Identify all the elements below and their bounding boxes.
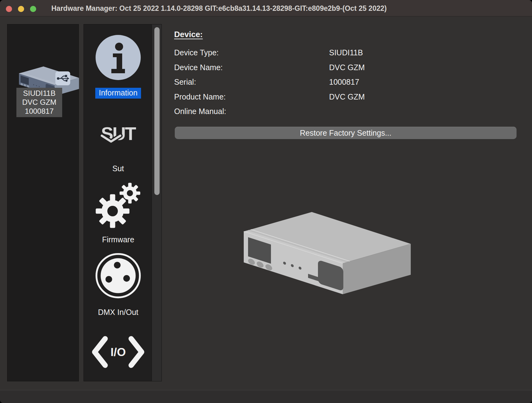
dmx-connector-icon: [94, 252, 142, 300]
hardware-manager-window: Hardware Manager: Oct 25 2022 1.14.0-282…: [0, 0, 532, 403]
info-row-online-manual: Online Manual:: [174, 104, 521, 119]
status-bar: [0, 390, 532, 403]
zoom-window-button[interactable]: [30, 6, 36, 12]
svg-text:I/O: I/O: [110, 346, 126, 358]
menu-item-dmx-icon-area[interactable]: [84, 252, 152, 300]
product-name-value: DVC GZM: [329, 92, 365, 101]
menu-scrollbar-track[interactable]: [152, 24, 161, 381]
online-manual-label: Online Manual:: [174, 107, 226, 116]
device-name-value: DVC GZM: [329, 63, 365, 72]
io-brackets-icon: I/O: [90, 335, 146, 369]
serial-value: 1000817: [329, 78, 359, 87]
info-row-device-name: Device Name: DVC GZM: [174, 60, 521, 75]
menu-item-firmware-label[interactable]: Firmware: [102, 235, 134, 244]
device-list-item[interactable]: SIUDI11B DVC GZM 1000817: [7, 24, 79, 117]
menu-item-sut[interactable]: Sut: [84, 164, 152, 173]
device-section-heading: Device:: [174, 30, 203, 39]
minimize-window-button[interactable]: [18, 6, 24, 12]
info-icon: [95, 34, 141, 81]
close-window-button[interactable]: [6, 6, 12, 12]
device-list-item-label: SIUDI11B DVC GZM 1000817: [16, 88, 62, 117]
menu-item-information-label[interactable]: Information: [95, 88, 141, 99]
device-name-line: DVC GZM: [16, 98, 62, 107]
device-type-line: SIUDI11B: [16, 89, 62, 98]
device-name-label: Device Name:: [174, 63, 223, 72]
device-type-label: Device Type:: [174, 48, 219, 57]
title-bar: Hardware Manager: Oct 25 2022 1.14.0-282…: [0, 0, 532, 16]
device-info-pane: Device: Device Type: SIUDI11B Device Nam…: [162, 24, 532, 381]
product-name-label: Product Name:: [174, 92, 226, 101]
device-3d-render-image: [216, 190, 414, 296]
menu-item-sut-label[interactable]: Sut: [112, 164, 124, 173]
device-serial-line: 1000817: [16, 107, 62, 116]
menu-item-sut-icon-area[interactable]: SUT: [84, 125, 152, 144]
menu-scrollbar-thumb[interactable]: [154, 27, 160, 195]
device-type-value: SIUDI11B: [329, 48, 363, 57]
menu-item-firmware[interactable]: Firmware: [84, 235, 152, 244]
restore-factory-settings-button[interactable]: Restore Factory Settings...: [175, 127, 517, 139]
gears-icon: [93, 180, 143, 230]
menu-item-firmware-icon-area[interactable]: [84, 180, 152, 230]
info-row-device-type: Device Type: SIUDI11B: [174, 45, 521, 60]
menu-item-io-icon-area[interactable]: I/O: [84, 335, 152, 369]
sut-logo-icon: SUT: [92, 125, 144, 144]
device-list-panel: SIUDI11B DVC GZM 1000817: [7, 24, 79, 381]
serial-label: Serial:: [174, 78, 196, 87]
menu-item-information[interactable]: Information: [84, 88, 152, 99]
menu-item-dmx[interactable]: DMX In/Out: [84, 308, 152, 317]
window-title: Hardware Manager: Oct 25 2022 1.14.0-282…: [51, 0, 387, 16]
menu-item-dmx-label[interactable]: DMX In/Out: [98, 308, 139, 317]
usb-icon: [55, 71, 70, 85]
device-info-rows: Device Type: SIUDI11B Device Name: DVC G…: [174, 45, 521, 119]
side-menu-panel: Information SUT Sut: [84, 24, 162, 381]
info-row-product-name: Product Name: DVC GZM: [174, 90, 521, 104]
menu-item-information-icon-area[interactable]: [84, 34, 152, 81]
info-row-serial: Serial: 1000817: [174, 75, 521, 90]
